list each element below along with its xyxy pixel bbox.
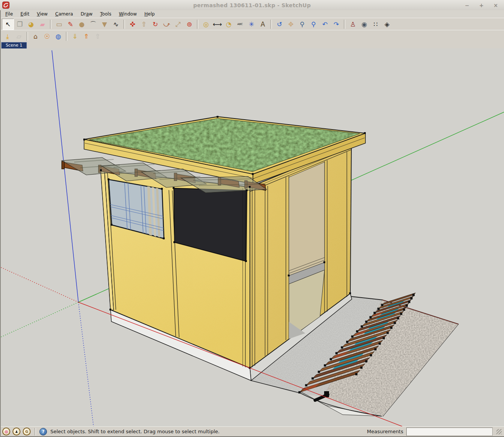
toolbar-separator [344, 20, 345, 29]
pan-tool[interactable]: ✥ [285, 19, 296, 30]
previous-view-tool[interactable]: ↶ [319, 19, 331, 30]
help-icon[interactable]: ? [39, 428, 47, 435]
menu-bar: File Edit View Camera Draw Tools Window … [0, 10, 504, 18]
statusbar-separator [34, 428, 36, 435]
offset-tool[interactable]: ⊚ [184, 19, 195, 30]
zoom-extents-tool[interactable]: ⚲ [308, 19, 319, 30]
scale-tool[interactable]: ⤢ [172, 19, 184, 30]
select-tool[interactable]: ↖ [2, 19, 14, 30]
share-component-button[interactable]: ⇧ [92, 31, 103, 42]
sign-in-status-icon[interactable]: G [23, 428, 31, 435]
status-bar: ⬤♟G ? Select objects. Shift to extend se… [0, 426, 504, 437]
walk-tool[interactable]: ∷ [370, 19, 381, 30]
add-location-button[interactable]: ☉ [41, 31, 53, 42]
toolbar-separator [123, 20, 125, 29]
model-scene [0, 48, 504, 426]
tape-measure-tool[interactable]: ◎ [200, 19, 212, 30]
text-tool[interactable]: ABC [234, 19, 246, 30]
close-button[interactable]: × [493, 2, 498, 8]
title-bar: permashed 130611-01.skp - SketchUp − + × [0, 0, 504, 11]
polygon-tool[interactable]: ▼ [99, 19, 110, 30]
toolbar-separator [270, 20, 272, 29]
toggle-terrain-button[interactable]: ▱ [13, 31, 25, 42]
get-current-view-button[interactable]: ⤓ [2, 31, 13, 42]
minimize-button[interactable]: − [465, 2, 470, 8]
status-message: Select objects. Shift to extend select. … [50, 429, 220, 434]
measurements-input[interactable] [406, 428, 493, 436]
toolbar-separator [27, 32, 28, 41]
paint-bucket-tool[interactable]: ◕ [25, 19, 37, 30]
toolbar-separator [50, 20, 51, 29]
rotate-tool[interactable]: ↻ [150, 19, 161, 30]
menu-file[interactable]: File [2, 11, 17, 18]
sketchup-logo-icon [2, 2, 9, 9]
google-earth-button[interactable]: ◍ [53, 31, 64, 42]
window-left-frame [0, 10, 1, 437]
menu-tools[interactable]: Tools [96, 11, 115, 18]
section-plane-tool[interactable]: ◈ [381, 19, 393, 30]
line-tool[interactable]: ✎ [65, 19, 76, 30]
scene-tab-scene1[interactable]: Scene 1 [1, 42, 27, 48]
door-panel [289, 162, 325, 276]
menu-edit[interactable]: Edit [17, 11, 33, 18]
toolbar-separator [66, 32, 67, 41]
orbit-tool[interactable]: ↺ [274, 19, 285, 30]
main-toolbar: ↖❐◕▰▭✎●⌒▼∿✜⇧↻⤻⤢⊚◎⟷◔ABC✳A↺✥⚲⚲↶↷♙◉∷◈ [0, 18, 504, 31]
menu-window[interactable]: Window [115, 11, 140, 18]
viewport-canvas[interactable] [0, 48, 504, 426]
resize-grip[interactable] [496, 429, 502, 434]
measurements-label: Measurements [367, 429, 403, 434]
google-toolbar: ⤓▱⌂☉◍⇓⇑⇧ [0, 30, 504, 43]
menu-view[interactable]: View [33, 11, 51, 18]
protractor-tool[interactable]: ◔ [223, 19, 234, 30]
menu-camera[interactable]: Camera [51, 11, 77, 18]
freehand-tool[interactable]: ∿ [110, 19, 122, 30]
position-camera-tool[interactable]: ♙ [347, 19, 359, 30]
rectangle-tool[interactable]: ▭ [53, 19, 65, 30]
3d-text-tool[interactable]: A [257, 19, 268, 30]
arc-tool[interactable]: ⌒ [87, 19, 99, 30]
push-pull-tool[interactable]: ⇧ [138, 19, 150, 30]
dimension-tool[interactable]: ⟷ [212, 19, 223, 30]
next-view-tool[interactable]: ↷ [331, 19, 342, 30]
geo-location-status-icon[interactable]: ⬤ [2, 428, 10, 435]
make-component-tool[interactable]: ❐ [14, 19, 25, 30]
move-tool[interactable]: ✜ [127, 19, 138, 30]
credit-attribution-status-icon[interactable]: ♟ [12, 428, 20, 435]
eraser-tool[interactable]: ▰ [37, 19, 48, 30]
maximize-button[interactable]: + [479, 2, 484, 8]
menu-draw[interactable]: Draw [77, 11, 96, 18]
zoom-tool[interactable]: ⚲ [296, 19, 308, 30]
get-models-button[interactable]: ⇓ [69, 31, 81, 42]
axes-tool[interactable]: ✳ [246, 19, 257, 30]
window-title: permashed 130611-01.skp - SketchUp [0, 2, 504, 8]
toolbar-separator [197, 20, 198, 29]
circle-tool[interactable]: ● [76, 19, 87, 30]
scene-tab-strip: Scene 1 [0, 42, 504, 49]
menu-help[interactable]: Help [140, 11, 158, 18]
upload-model-button[interactable]: ⇑ [81, 31, 92, 42]
look-around-tool[interactable]: ◉ [359, 19, 370, 30]
photo-textures-button[interactable]: ⌂ [30, 31, 41, 42]
follow-me-tool[interactable]: ⤻ [161, 19, 172, 30]
